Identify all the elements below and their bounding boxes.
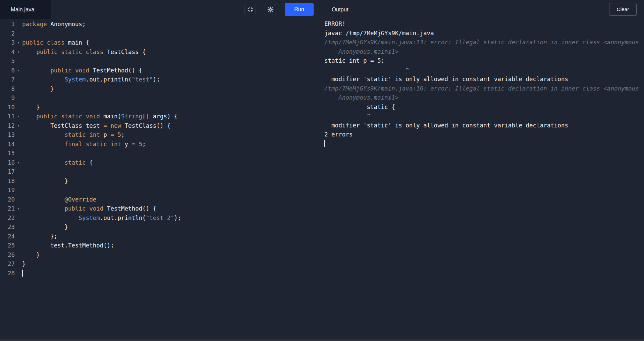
code-line[interactable]: 19 [0,186,322,195]
fold-spacer [15,269,22,278]
line-number: 20 [0,195,15,205]
fold-spacer [15,140,22,149]
output-line: ^ [324,66,641,75]
code-editor[interactable]: 1package Anonymous;23▾public class main … [0,19,322,341]
line-number: 11 [0,112,15,121]
text-cursor [324,140,325,147]
fold-spacer [15,167,22,177]
line-number: 9 [0,94,15,103]
line-number: 14 [0,140,15,149]
fold-spacer [15,260,22,269]
line-number: 2 [0,29,15,39]
fold-arrow-icon[interactable]: ▾ [15,48,22,57]
fold-spacer [15,130,22,140]
line-number: 3 [0,38,15,48]
fold-arrow-icon[interactable]: ▾ [15,112,22,121]
code-line[interactable]: 10 } [0,103,322,112]
code-line[interactable]: 23 } [0,223,322,232]
fold-spacer [15,232,22,241]
line-number: 7 [0,75,15,84]
code-line[interactable]: 13 static int p = 5; [0,130,322,140]
line-number: 5 [0,57,15,66]
code-text: System.out.println("test"); [22,75,160,84]
code-line[interactable]: 5 [0,57,322,66]
code-line[interactable]: 21▾ public void TestMethod() { [0,204,322,214]
tab-main-java[interactable]: Main.java [0,0,51,19]
line-number: 23 [0,223,15,232]
code-line[interactable]: 6▾ public void TestMethod() { [0,66,322,75]
output-line: ^ [324,112,641,121]
code-line[interactable]: 16▾ static { [0,158,322,168]
fold-arrow-icon[interactable]: ▾ [15,158,22,168]
line-number: 10 [0,103,15,112]
code-line[interactable]: 12▾ TestClass test = new TestClass() { [0,121,322,131]
line-number: 27 [0,260,15,269]
code-text: } [22,103,40,112]
fold-spacer [15,177,22,186]
code-line[interactable]: 24 }; [0,232,322,241]
output-line [324,139,641,149]
output-panel: Output Clear ERROR!javac /tmp/7MeMjGYs9K… [322,0,644,341]
code-line[interactable]: 17 [0,167,322,177]
code-line[interactable]: 22 System.out.println("test 2"); [0,214,322,223]
fold-arrow-icon[interactable]: ▾ [15,38,22,48]
code-line[interactable]: 8 } [0,84,322,94]
fold-spacer [15,57,22,66]
line-number: 17 [0,167,15,177]
line-number: 6 [0,66,15,75]
fold-spacer [15,20,22,29]
code-line[interactable]: 2 [0,29,322,39]
line-number: 1 [0,20,15,29]
line-number: 13 [0,130,15,140]
code-text: } [22,84,54,94]
fold-arrow-icon[interactable]: ▾ [15,121,22,131]
fullscreen-button[interactable] [245,4,256,15]
line-number: 21 [0,204,15,214]
code-text: public static class TestClass { [22,48,146,57]
code-line[interactable]: 27} [0,260,322,269]
editor-header: Main.java [0,0,322,19]
code-line[interactable]: 11▾ public static void main(String[] arg… [0,112,322,121]
code-text: } [22,223,68,232]
code-text: public void TestMethod() { [22,204,156,214]
fold-spacer [15,223,22,232]
code-line[interactable]: 9 [0,94,322,103]
code-line[interactable]: 1package Anonymous; [0,20,322,29]
fold-arrow-icon[interactable]: ▾ [15,66,22,75]
line-number: 19 [0,186,15,195]
fold-arrow-icon[interactable]: ▾ [15,204,22,214]
code-line[interactable]: 25 test.TestMethod(); [0,241,322,250]
theme-toggle-button[interactable] [265,4,276,15]
fold-spacer [15,29,22,39]
code-text: static int p = 5; [22,130,125,140]
line-number: 16 [0,158,15,168]
clear-button[interactable]: Clear [609,3,637,16]
run-button[interactable]: Run [285,3,314,16]
code-text: public void TestMethod() { [22,66,142,75]
code-line[interactable]: 3▾public class main { [0,38,322,48]
code-line[interactable]: 26 } [0,250,322,260]
code-text: } [22,260,26,269]
code-text: }; [22,232,57,241]
code-line[interactable]: 20 @Override [0,195,322,205]
fold-spacer [15,241,22,250]
horizontal-scrollbar[interactable] [0,339,644,341]
code-line[interactable]: 4▾ public static class TestClass { [0,48,322,57]
output-line: /tmp/7MeMjGYs9K/main.java:13: error: Ill… [324,38,641,47]
code-line[interactable]: 15 [0,149,322,158]
code-line[interactable]: 28 [0,269,322,278]
output-header: Output Clear [322,0,644,19]
code-line[interactable]: 18 } [0,177,322,186]
code-text: public static void main(String[] args) { [22,112,178,121]
line-number: 25 [0,241,15,250]
line-number: 18 [0,177,15,186]
tab-label: Main.java [11,6,35,13]
code-line[interactable]: 7 System.out.println("test"); [0,75,322,84]
fold-spacer [15,186,22,195]
code-line[interactable]: 14 final static int y = 5; [0,140,322,149]
line-number: 24 [0,232,15,241]
fold-spacer [15,94,22,103]
fold-spacer [15,149,22,158]
code-text: public class main { [22,38,89,48]
line-number: 4 [0,48,15,57]
